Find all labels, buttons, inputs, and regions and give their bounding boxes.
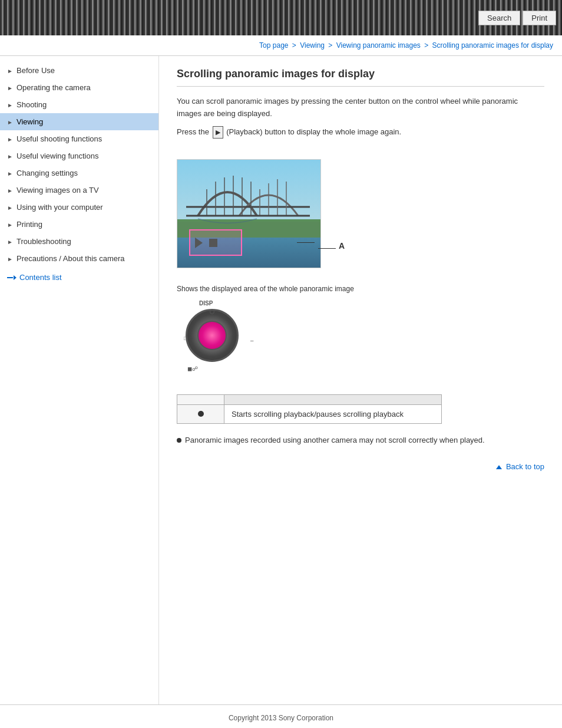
sidebar-label: Useful viewing functions bbox=[16, 151, 98, 160]
sidebar-item-changing-settings[interactable]: ► Changing settings bbox=[0, 164, 158, 182]
arrow-icon: ► bbox=[7, 119, 13, 125]
table-symbol-cell bbox=[177, 405, 224, 424]
sidebar-label: Using with your computer bbox=[16, 203, 103, 212]
sidebar-item-shooting[interactable]: ► Shooting bbox=[0, 96, 158, 113]
controls-table: Starts scrolling playback/pauses scrolli… bbox=[177, 394, 442, 424]
sidebar-label: Operating the camera bbox=[16, 83, 91, 92]
description-text-2: Press the ▶ (Playback) button to display… bbox=[177, 126, 544, 139]
left-icon: □ bbox=[184, 335, 187, 341]
description-text-1: You can scroll panoramic images by press… bbox=[177, 95, 544, 120]
arrow-icon: ► bbox=[7, 85, 13, 91]
note-item: Panoramic images recorded using another … bbox=[177, 436, 544, 444]
back-to-top-link[interactable]: Back to top bbox=[496, 462, 544, 471]
bridge-svg bbox=[180, 163, 319, 233]
sidebar-item-precautions[interactable]: ► Precautions / About this camera bbox=[0, 250, 158, 267]
arrow-right-icon bbox=[7, 274, 16, 281]
table-row: Starts scrolling playback/pauses scrolli… bbox=[177, 405, 442, 424]
arrow-icon: ► bbox=[7, 136, 13, 142]
play-triangle-icon bbox=[195, 238, 203, 248]
sidebar-item-printing[interactable]: ► Printing bbox=[0, 216, 158, 233]
panoramic-image bbox=[177, 159, 321, 268]
breadcrumb-panoramic-link[interactable]: Viewing panoramic images bbox=[336, 41, 421, 50]
arrow-icon: ► bbox=[7, 153, 13, 159]
playback-icon: ▶ bbox=[213, 126, 223, 139]
arrow-icon: ► bbox=[7, 170, 13, 176]
note-bullet-icon bbox=[177, 438, 181, 443]
square-icon bbox=[209, 239, 217, 247]
control-wheel: DISP □ ⎯ ◼☍ bbox=[183, 300, 259, 383]
sidebar-item-viewing[interactable]: ► Viewing bbox=[0, 113, 158, 130]
sidebar-item-operating-camera[interactable]: ► Operating the camera bbox=[0, 79, 158, 96]
sidebar-label: Shooting bbox=[16, 100, 47, 109]
area-label-text: Shows the displayed area of the whole pa… bbox=[177, 285, 544, 293]
sidebar-label: Troubleshooting bbox=[16, 237, 71, 246]
table-header-description bbox=[224, 395, 442, 405]
arrow-icon: ► bbox=[7, 102, 13, 108]
sidebar-item-troubleshooting[interactable]: ► Troubleshooting bbox=[0, 233, 158, 250]
sidebar: ► Before Use ► Operating the camera ► Sh… bbox=[0, 56, 159, 704]
right-icon: ⎯ bbox=[250, 335, 253, 341]
label-a: A bbox=[339, 241, 345, 251]
print-button[interactable]: Print bbox=[523, 11, 556, 25]
table-header-symbol bbox=[177, 395, 224, 405]
sidebar-item-viewing-tv[interactable]: ► Viewing images on a TV bbox=[0, 182, 158, 199]
sidebar-item-useful-viewing[interactable]: ► Useful viewing functions bbox=[0, 147, 158, 164]
main-layout: ► Before Use ► Operating the camera ► Sh… bbox=[0, 56, 562, 704]
sidebar-item-useful-shooting[interactable]: ► Useful shooting functions bbox=[0, 130, 158, 147]
breadcrumb-viewing-link[interactable]: Viewing bbox=[300, 41, 325, 50]
sidebar-label: Viewing bbox=[16, 117, 43, 126]
arrow-icon: ► bbox=[7, 222, 13, 228]
breadcrumb-top-link[interactable]: Top page bbox=[259, 41, 288, 50]
sidebar-label: Precautions / About this camera bbox=[16, 254, 125, 263]
label-a-line bbox=[318, 248, 336, 249]
content-area: Scrolling panoramic images for display Y… bbox=[159, 56, 562, 704]
back-to-top-bar: Back to top bbox=[177, 456, 544, 477]
desc2-prefix: Press the bbox=[177, 127, 209, 136]
arrow-icon: ► bbox=[7, 205, 13, 210]
wheel-inner-button bbox=[197, 321, 227, 350]
sidebar-label: Before Use bbox=[16, 66, 55, 75]
search-button[interactable]: Search bbox=[478, 11, 520, 25]
triangle-up-icon bbox=[496, 465, 502, 469]
arrow-icon: ► bbox=[7, 239, 13, 245]
sidebar-label: Printing bbox=[16, 220, 42, 229]
sidebar-item-before-use[interactable]: ► Before Use bbox=[0, 62, 158, 79]
label-line bbox=[297, 242, 315, 243]
sidebar-label: Viewing images on a TV bbox=[16, 186, 99, 195]
sidebar-label: Changing settings bbox=[16, 169, 78, 177]
bottom-left-icons: ◼☍ bbox=[187, 365, 198, 372]
sidebar-label: Useful shooting functions bbox=[16, 134, 102, 143]
footer: Copyright 2013 Sony Corporation bbox=[0, 704, 562, 728]
arrow-icon: ► bbox=[7, 256, 13, 262]
header: Search Print bbox=[0, 0, 562, 35]
sidebar-item-using-computer[interactable]: ► Using with your computer bbox=[0, 199, 158, 216]
breadcrumb-current: Scrolling panoramic images for display bbox=[432, 41, 553, 50]
contents-list-link[interactable]: Contents list bbox=[0, 267, 158, 288]
copyright-text: Copyright 2013 Sony Corporation bbox=[229, 714, 333, 722]
desc2-suffix: (Playback) button to display the whole i… bbox=[226, 127, 401, 136]
contents-list-label: Contents list bbox=[19, 273, 62, 282]
note-text: Panoramic images recorded using another … bbox=[185, 436, 485, 444]
page-title: Scrolling panoramic images for display bbox=[177, 68, 544, 87]
pink-overlay-box bbox=[189, 229, 242, 256]
breadcrumb: Top page > Viewing > Viewing panoramic i… bbox=[0, 35, 562, 56]
disp-label: DISP bbox=[199, 300, 213, 307]
back-to-top-label: Back to top bbox=[506, 462, 544, 471]
bullet-circle-icon bbox=[198, 411, 204, 417]
table-description-cell: Starts scrolling playback/pauses scrolli… bbox=[224, 405, 442, 424]
arrow-icon: ► bbox=[7, 68, 13, 74]
arrow-icon: ► bbox=[7, 187, 13, 193]
wheel-outer bbox=[186, 309, 239, 362]
header-buttons: Search Print bbox=[478, 11, 556, 25]
